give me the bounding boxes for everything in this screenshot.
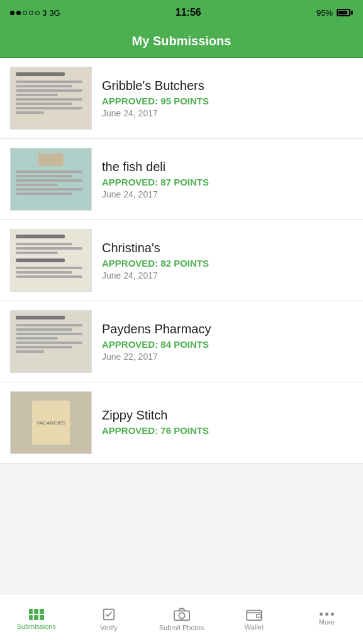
carrier-label: 3 — [42, 8, 47, 18]
item-name: the fish deli — [102, 160, 353, 174]
page-title: My Submissions — [132, 34, 232, 48]
item-name: Gribble's Butchers — [102, 79, 353, 93]
item-name: Christina's — [102, 241, 353, 255]
item-date: June 24, 2017 — [102, 108, 353, 118]
item-info: Gribble's Butchers APPROVED: 95 POINTS J… — [92, 79, 353, 118]
camera-icon — [174, 608, 190, 621]
verify-icon — [102, 608, 116, 621]
signal-dot-3 — [23, 11, 27, 15]
status-left: 3 3G — [10, 8, 60, 18]
nav-label-wallet: Wallet — [245, 623, 264, 631]
wallet-icon — [246, 608, 262, 621]
nav-label-submissions: Submissions — [17, 623, 56, 630]
battery-percent: 95% — [316, 8, 333, 18]
nav-label-verify: Verify — [100, 624, 118, 631]
list-item[interactable]: VACANCIES Zippy Stitch APPROVED: 76 POIN… — [0, 382, 363, 464]
submissions-list: Gribble's Butchers APPROVED: 95 POINTS J… — [0, 58, 363, 464]
nav-label-more: More — [319, 618, 335, 626]
status-time: 11:56 — [176, 7, 201, 18]
list-item[interactable]: the fish deli APPROVED: 87 POINTS June 2… — [0, 139, 363, 220]
signal-dots — [10, 11, 40, 15]
nav-item-submit-photos[interactable]: Submit Photos — [145, 594, 218, 644]
item-status: APPROVED: 76 POINTS — [102, 425, 353, 436]
nav-item-submissions[interactable]: Submissions — [0, 594, 72, 644]
item-date: June 24, 2017 — [102, 189, 353, 199]
item-info: the fish deli APPROVED: 87 POINTS June 2… — [92, 160, 353, 199]
signal-dot-1 — [10, 11, 14, 15]
list-item[interactable]: Gribble's Butchers APPROVED: 95 POINTS J… — [0, 58, 363, 139]
content-wrapper: Gribble's Butchers APPROVED: 95 POINTS J… — [0, 58, 363, 514]
item-thumbnail: VACANCIES — [10, 391, 92, 454]
nav-label-submit-photos: Submit Photos — [159, 624, 204, 631]
nav-item-verify[interactable]: Verify — [72, 594, 145, 644]
item-thumbnail — [10, 148, 92, 211]
item-info: Christina's APPROVED: 82 POINTS June 24,… — [92, 241, 353, 280]
signal-dot-2 — [16, 11, 21, 15]
item-thumbnail — [10, 229, 92, 292]
more-icon — [320, 613, 334, 616]
svg-rect-4 — [257, 614, 261, 618]
item-status: APPROVED: 82 POINTS — [102, 258, 353, 269]
item-status: APPROVED: 95 POINTS — [102, 96, 353, 106]
signal-dot-5 — [35, 11, 40, 15]
item-info: Paydens Pharmacy APPROVED: 84 POINTS Jun… — [92, 322, 353, 362]
network-label: 3G — [49, 8, 60, 18]
list-item[interactable]: Paydens Pharmacy APPROVED: 84 POINTS Jun… — [0, 301, 363, 382]
item-thumbnail — [10, 67, 92, 130]
list-item[interactable]: Christina's APPROVED: 82 POINTS June 24,… — [0, 220, 363, 301]
item-info: Zippy Stitch APPROVED: 76 POINTS — [92, 408, 353, 438]
item-date: June 22, 2017 — [102, 352, 353, 362]
item-status: APPROVED: 84 POINTS — [102, 339, 353, 350]
svg-rect-3 — [247, 610, 262, 619]
battery-icon — [337, 9, 353, 16]
nav-item-wallet[interactable]: Wallet — [218, 594, 290, 644]
item-date: June 24, 2017 — [102, 270, 353, 280]
status-right: 95% — [316, 8, 353, 18]
item-name: Paydens Pharmacy — [102, 322, 353, 336]
signal-dot-4 — [29, 11, 33, 15]
item-name: Zippy Stitch — [102, 408, 353, 423]
page-header: My Submissions — [0, 25, 363, 58]
item-status: APPROVED: 87 POINTS — [102, 177, 353, 187]
item-thumbnail — [10, 310, 92, 373]
status-bar: 3 3G 11:56 95% — [0, 0, 363, 25]
svg-point-2 — [179, 613, 184, 618]
nav-item-more[interactable]: More — [291, 594, 363, 644]
bottom-nav: Submissions Verify Submit Photos Wallet — [0, 594, 363, 644]
submissions-icon — [29, 609, 44, 620]
